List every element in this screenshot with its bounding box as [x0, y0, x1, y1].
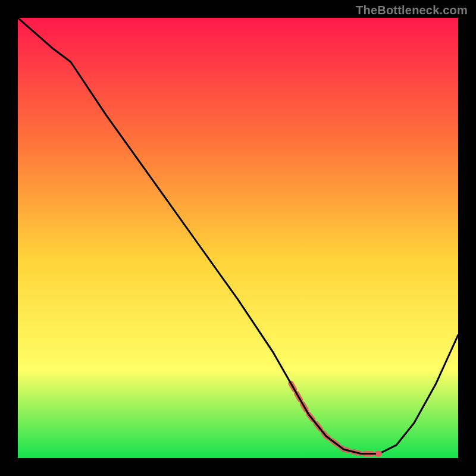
- plot-area: [18, 18, 458, 458]
- gradient-background: [18, 18, 458, 458]
- watermark-text: TheBottleneck.com: [356, 4, 468, 17]
- optimum-end-dot: [376, 451, 382, 457]
- chart-stage: TheBottleneck.com: [0, 0, 476, 476]
- bottleneck-chart-svg: [18, 18, 458, 458]
